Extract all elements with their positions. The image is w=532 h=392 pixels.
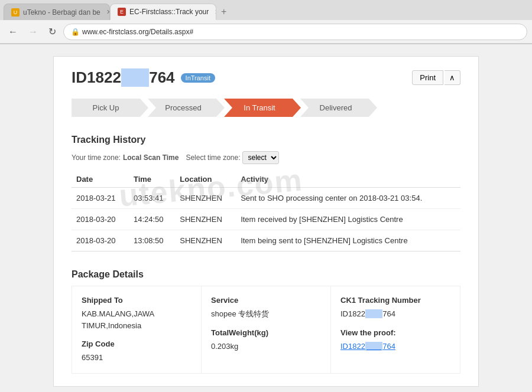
nav-bar: ← → ↻ 🔒 www.ec-firstclass.org/Details.as… bbox=[0, 20, 532, 44]
step-pickup-label: Pick Up bbox=[93, 103, 119, 112]
browser-chrome: U uTekno - Berbagi dan be ✕ E EC-Firstcl… bbox=[0, 0, 532, 44]
weight-value: 0.203kg bbox=[211, 341, 321, 352]
weight-label: TotalWeight(kg) bbox=[211, 328, 321, 337]
tab-favicon-1: U bbox=[11, 8, 20, 17]
pkg-col-ck1: CK1 Tracking Number ID1822 764 View the … bbox=[331, 286, 460, 373]
status-badge: InTransit bbox=[181, 73, 215, 83]
ck1-highlight bbox=[365, 309, 382, 318]
cell-date: 2018-03-20 bbox=[72, 230, 129, 251]
ck1-label: CK1 Tracking Number bbox=[340, 296, 450, 305]
pkg-col-service: Service shopee 专线特货 TotalWeight(kg) 0.20… bbox=[202, 286, 331, 373]
timezone-value: Local Scan Time bbox=[123, 153, 179, 162]
new-tab-button[interactable]: + bbox=[216, 4, 231, 20]
weight-section: TotalWeight(kg) 0.203kg bbox=[211, 328, 321, 352]
step-delivered: Delivered bbox=[300, 99, 377, 117]
view-proof-label: View the proof: bbox=[340, 328, 450, 337]
cell-time: 03:53:41 bbox=[129, 188, 175, 209]
progress-steps: Pick Up Processed In Transit Delivered bbox=[72, 99, 460, 117]
tab-ecfirstclass[interactable]: E EC-Firstclass::Track your ✕ bbox=[110, 4, 216, 20]
step-processed-label: Processed bbox=[165, 103, 201, 112]
cell-activity: Sent to SHO processing center on 2018-03… bbox=[236, 188, 460, 209]
select-timezone-label: Select time zone: bbox=[186, 153, 240, 162]
cell-location: SHENZHEN bbox=[175, 230, 236, 251]
tracking-header: ID1822 764 InTransit Print ∧ bbox=[72, 68, 460, 87]
tracking-id-highlight bbox=[121, 68, 149, 87]
cell-location: SHENZHEN bbox=[175, 188, 236, 209]
service-label: Service bbox=[211, 296, 321, 305]
zip-code-label: Zip Code bbox=[82, 339, 192, 348]
package-details-title: Package Details bbox=[72, 269, 460, 280]
cell-time: 14:24:50 bbox=[129, 209, 175, 230]
cell-date: 2018-03-21 bbox=[72, 188, 129, 209]
step-pickup: Pick Up bbox=[72, 99, 148, 117]
address-bar[interactable]: 🔒 www.ec-firstclass.org/Details.aspx# bbox=[63, 24, 527, 40]
tracking-history-title: Tracking History bbox=[72, 135, 460, 145]
step-intransit-label: In Transit bbox=[244, 103, 275, 112]
step-processed: Processed bbox=[148, 99, 225, 117]
package-details-section: Package Details Shipped To KAB.MALANG,JA… bbox=[72, 269, 460, 374]
ck1-suffix: 764 bbox=[382, 309, 395, 318]
col-activity: Activity bbox=[236, 171, 460, 188]
shipped-to-label: Shipped To bbox=[82, 296, 192, 305]
cell-activity: Item being sent to [SHENZHEN] Logistics … bbox=[236, 230, 460, 251]
ck1-prefix: ID1822 bbox=[340, 309, 365, 318]
zip-code-section: Zip Code 65391 bbox=[82, 339, 192, 364]
timezone-select[interactable]: select bbox=[242, 151, 279, 164]
step-intransit: In Transit bbox=[224, 99, 301, 117]
service-value: shopee 专线特货 bbox=[211, 308, 321, 320]
ck1-value: ID1822 764 bbox=[340, 308, 450, 320]
table-row: 2018-03-21 03:53:41 SHENZHEN Sent to SHO… bbox=[72, 188, 460, 209]
view-proof-link[interactable]: ID1822 764 bbox=[340, 341, 450, 352]
tab-close-2[interactable]: ✕ bbox=[215, 8, 216, 16]
forward-button[interactable]: → bbox=[25, 25, 41, 39]
print-button[interactable]: Print bbox=[412, 70, 443, 85]
tab-utekno[interactable]: U uTekno - Berbagi dan be ✕ bbox=[4, 4, 110, 20]
step-delivered-label: Delivered bbox=[320, 103, 352, 112]
pkg-col-shipping: Shipped To KAB.MALANG,JAWA TIMUR,Indones… bbox=[72, 286, 202, 373]
col-time: Time bbox=[129, 171, 175, 188]
tracking-table: Date Time Location Activity 2018-03-21 0… bbox=[72, 171, 460, 251]
reload-button[interactable]: ↻ bbox=[45, 25, 60, 39]
package-grid: Shipped To KAB.MALANG,JAWA TIMUR,Indones… bbox=[72, 286, 460, 374]
zip-code-value: 65391 bbox=[82, 352, 192, 364]
table-header-row: Date Time Location Activity bbox=[72, 171, 460, 188]
back-button[interactable]: ← bbox=[5, 25, 21, 39]
header-actions: Print ∧ bbox=[412, 70, 460, 85]
page-content: ID1822 764 InTransit Print ∧ Pick Up Pro… bbox=[53, 56, 479, 387]
tracking-id-text: ID1822 764 bbox=[72, 68, 175, 87]
proof-link-text[interactable]: ID1822 764 bbox=[340, 342, 395, 351]
shipped-to-value: KAB.MALANG,JAWA TIMUR,Indonesia bbox=[82, 308, 192, 331]
cell-date: 2018-03-20 bbox=[72, 209, 129, 230]
tracking-history-section: Tracking History utekno.com Your time zo… bbox=[72, 135, 460, 251]
cell-location: SHENZHEN bbox=[175, 209, 236, 230]
cell-time: 13:08:50 bbox=[129, 230, 175, 251]
tab-label-2: EC-Firstclass::Track your bbox=[129, 8, 209, 16]
lock-icon: 🔒 bbox=[71, 28, 80, 36]
timezone-row: Your time zone: Local Scan Time Select t… bbox=[72, 151, 460, 164]
tracking-id-prefix: ID1822 bbox=[72, 68, 121, 87]
tab-favicon-2: E bbox=[118, 8, 126, 16]
tracking-id-suffix: 764 bbox=[149, 68, 174, 87]
cell-activity: Item received by [SHENZHEN] Logistics Ce… bbox=[236, 209, 460, 230]
col-location: Location bbox=[175, 171, 236, 188]
timezone-label: Your time zone: bbox=[72, 153, 121, 162]
proof-prefix: ID1822 bbox=[340, 342, 365, 351]
caret-button[interactable]: ∧ bbox=[445, 70, 460, 85]
proof-highlight bbox=[365, 342, 382, 351]
table-row: 2018-03-20 13:08:50 SHENZHEN Item being … bbox=[72, 230, 460, 251]
proof-suffix: 764 bbox=[382, 342, 395, 351]
page-background: ID1822 764 InTransit Print ∧ Pick Up Pro… bbox=[0, 44, 532, 392]
col-date: Date bbox=[72, 171, 129, 188]
table-row: 2018-03-20 14:24:50 SHENZHEN Item receiv… bbox=[72, 209, 460, 230]
url-text: www.ec-firstclass.org/Details.aspx# bbox=[82, 28, 520, 36]
tracking-id: ID1822 764 InTransit bbox=[72, 68, 215, 87]
view-proof-section: View the proof: ID1822 764 bbox=[340, 328, 450, 352]
tab-label-1: uTekno - Berbagi dan be bbox=[23, 8, 100, 17]
tab-bar: U uTekno - Berbagi dan be ✕ E EC-Firstcl… bbox=[0, 0, 532, 20]
